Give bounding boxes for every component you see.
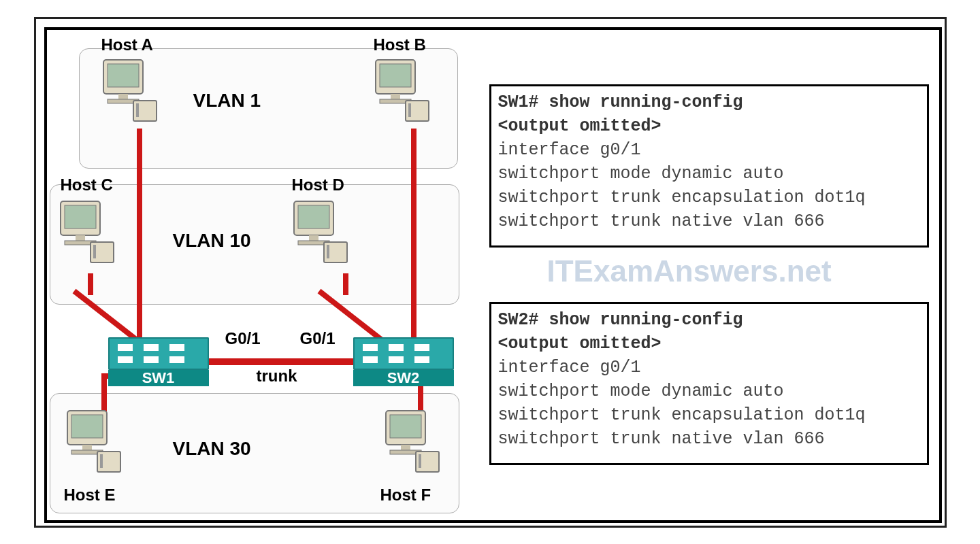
sw1-line-3: switchport trunk native vlan 666 — [498, 211, 825, 231]
host-f-label: Host F — [380, 486, 431, 505]
svg-rect-7 — [380, 64, 411, 87]
sw1-prompt: SW1# — [498, 92, 539, 112]
switch-sw1: SW1 — [108, 337, 209, 386]
svg-rect-11 — [408, 103, 411, 117]
link-hostb-sw2 — [411, 129, 416, 343]
svg-rect-29 — [100, 454, 103, 468]
link-hostd-sw2-seg1 — [343, 273, 348, 295]
svg-rect-19 — [298, 205, 329, 228]
svg-rect-20 — [309, 235, 318, 241]
host-c-label: Host C — [61, 175, 113, 194]
sw2-omit: <output omitted> — [498, 334, 662, 354]
svg-rect-1 — [108, 64, 139, 87]
svg-rect-5 — [136, 103, 139, 117]
svg-rect-32 — [401, 445, 410, 450]
host-e-label: Host E — [64, 486, 116, 505]
host-d-icon — [289, 199, 350, 265]
sw1-omit: <output omitted> — [498, 116, 662, 136]
vlan-label-30: VLAN 30 — [173, 438, 251, 460]
svg-rect-2 — [118, 94, 128, 99]
sw2-line-1: switchport mode dynamic auto — [498, 381, 784, 401]
host-b-icon — [370, 57, 431, 124]
config-output-sw2: SW2# show running-config <output omitted… — [489, 302, 929, 465]
switch-sw2: SW2 — [353, 337, 454, 386]
sw2-line-0: interface g0/1 — [498, 358, 641, 377]
host-f-icon — [380, 408, 442, 475]
port-sw1-g01: G0/1 — [225, 329, 261, 348]
sw2-prompt: SW2# — [498, 310, 539, 330]
svg-rect-14 — [76, 235, 85, 241]
sw1-line-0: interface g0/1 — [498, 140, 641, 160]
svg-rect-23 — [327, 245, 329, 258]
host-a-label: Host A — [101, 35, 153, 54]
image-frame: VLAN 1 VLAN 10 VLAN 30 — [34, 17, 947, 528]
host-c-icon — [55, 199, 116, 265]
svg-rect-13 — [65, 205, 96, 228]
svg-rect-35 — [419, 454, 421, 468]
sw2-line-2: switchport trunk encapsulation dot1q — [498, 405, 866, 425]
vlan-label-10: VLAN 10 — [173, 230, 251, 252]
host-b-label: Host B — [374, 35, 426, 54]
link-hostc-sw1-seg1 — [88, 273, 93, 295]
trunk-label: trunk — [257, 367, 297, 386]
svg-rect-8 — [391, 94, 400, 99]
vlan-label-1: VLAN 1 — [193, 90, 261, 112]
network-topology: VLAN 1 VLAN 10 VLAN 30 — [47, 30, 476, 520]
sw1-line-1: switchport mode dynamic auto — [498, 164, 784, 184]
link-hosta-sw1 — [137, 129, 142, 346]
host-a-icon — [98, 57, 159, 124]
sw2-line-3: switchport trunk native vlan 666 — [498, 429, 825, 449]
watermark-text: ITExamAnswers.net — [547, 254, 832, 288]
sw1-line-2: switchport trunk encapsulation dot1q — [498, 188, 866, 207]
link-trunk — [207, 358, 357, 365]
svg-rect-31 — [390, 415, 421, 438]
sw2-cmd: show running-config — [549, 310, 743, 330]
port-sw2-g01: G0/1 — [300, 329, 336, 348]
svg-rect-26 — [82, 445, 92, 450]
host-d-label: Host D — [292, 175, 344, 194]
switch-sw2-label: SW2 — [353, 370, 454, 386]
svg-rect-25 — [71, 415, 103, 438]
sw1-cmd: show running-config — [549, 92, 743, 112]
switch-sw1-label: SW1 — [108, 370, 209, 386]
diagram-frame: VLAN 1 VLAN 10 VLAN 30 — [44, 27, 942, 523]
host-e-icon — [62, 408, 123, 475]
config-output-sw1: SW1# show running-config <output omitted… — [489, 84, 929, 248]
svg-rect-17 — [93, 245, 96, 258]
